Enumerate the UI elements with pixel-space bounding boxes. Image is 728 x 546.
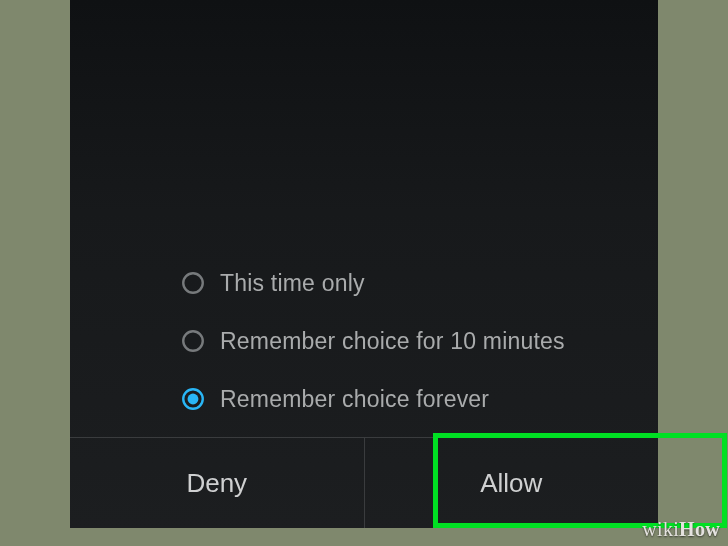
radio-unselected-icon: [180, 328, 206, 354]
svg-point-3: [188, 394, 199, 405]
permission-dialog: This time only Remember choice for 10 mi…: [70, 0, 658, 528]
radio-option-remember-10-min[interactable]: Remember choice for 10 minutes: [180, 312, 610, 370]
radio-unselected-icon: [180, 270, 206, 296]
radio-group: This time only Remember choice for 10 mi…: [180, 254, 610, 428]
button-label: Allow: [480, 468, 542, 499]
radio-option-label: This time only: [220, 270, 365, 297]
watermark-part1: wiki: [642, 518, 679, 540]
radio-selected-icon: [180, 386, 206, 412]
dialog-button-row: Deny Allow: [70, 438, 658, 528]
radio-option-label: Remember choice for 10 minutes: [220, 328, 565, 355]
radio-option-remember-forever[interactable]: Remember choice forever: [180, 370, 610, 428]
button-label: Deny: [186, 468, 247, 499]
watermark-part2: How: [679, 518, 720, 540]
deny-button[interactable]: Deny: [70, 438, 364, 528]
radio-option-this-time-only[interactable]: This time only: [180, 254, 610, 312]
radio-option-label: Remember choice forever: [220, 386, 489, 413]
watermark: wikiHow: [642, 518, 720, 541]
svg-point-0: [183, 273, 203, 293]
svg-point-1: [183, 331, 203, 351]
allow-button[interactable]: Allow: [365, 438, 659, 528]
